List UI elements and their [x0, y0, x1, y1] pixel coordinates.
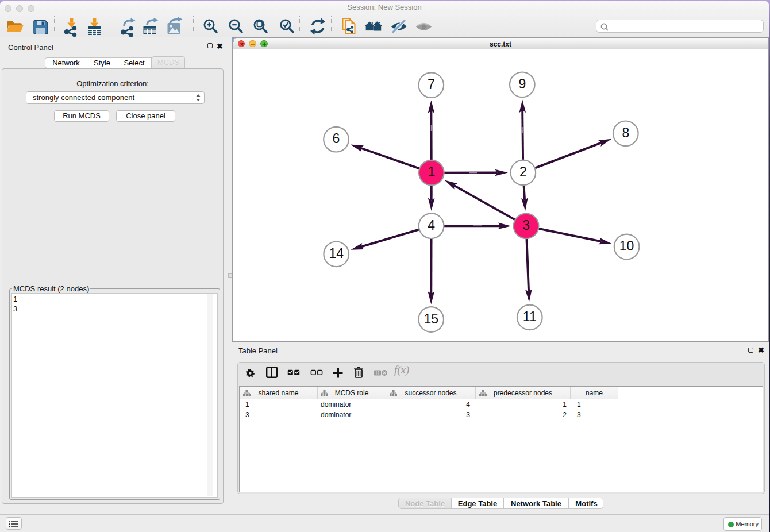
svg-text:15: 15 — [424, 311, 438, 326]
svg-text:2: 2 — [519, 164, 527, 179]
svg-text:14: 14 — [329, 246, 344, 261]
svg-text:8: 8 — [622, 125, 629, 140]
svg-text:4: 4 — [428, 218, 435, 233]
svg-text:1: 1 — [428, 164, 435, 179]
svg-text:10: 10 — [619, 238, 634, 253]
svg-text:6: 6 — [333, 131, 340, 146]
svg-text:3: 3 — [522, 218, 530, 233]
svg-text:7: 7 — [428, 77, 435, 92]
svg-text:9: 9 — [518, 76, 526, 91]
svg-text:11: 11 — [523, 309, 537, 324]
